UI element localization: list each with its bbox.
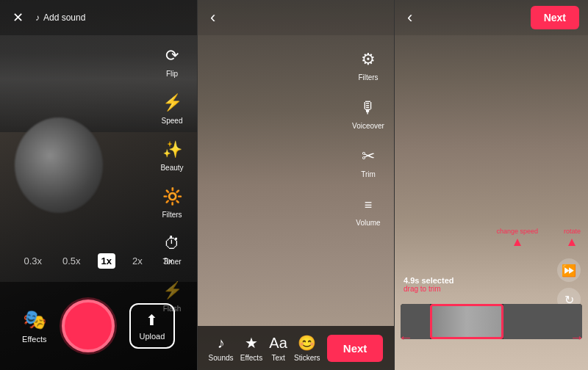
speed-1x[interactable]: 1x	[98, 253, 115, 269]
next-button-panel3[interactable]: Next	[531, 6, 579, 29]
tool-filters-edit[interactable]: ⚙ Filters	[356, 48, 380, 81]
speed-0.5x[interactable]: 0.5x	[59, 253, 85, 269]
record-button-inner	[67, 305, 110, 347]
back-button[interactable]: ‹	[207, 4, 219, 31]
speed-2x[interactable]: 2x	[129, 253, 146, 269]
timeline-arrow-right[interactable]: →	[570, 329, 584, 346]
sounds-button[interactable]: ♪ Sounds	[209, 335, 234, 362]
panel-camera: ✕ ♪ Add sound ⟳ Flip ⚡ Speed ✨ Beauty 🔆 …	[0, 0, 197, 370]
speed-icon: ⚡	[160, 91, 184, 115]
trim-status: 4.9s selected drag to trim	[395, 272, 588, 297]
speed-rotate-labels: change speed rotate	[496, 228, 581, 246]
tool-speed[interactable]: ⚡ Speed	[160, 91, 184, 125]
panel-edit: ‹ ⚙ Filters 🎙 Voiceover ✂ Trim ≡ Volume …	[197, 0, 394, 370]
effects-icon: 🎭	[23, 308, 46, 331]
text-button[interactable]: Aa Text	[269, 335, 287, 362]
speed-3x[interactable]: 3x	[159, 253, 177, 269]
trim-icon: ✂	[356, 145, 380, 168]
rotate-arrow-up	[568, 239, 576, 246]
upload-button[interactable]: ⬆ Upload	[129, 303, 175, 349]
stickers-icon: 😊	[298, 334, 316, 352]
trim-topbar: ‹ Next	[395, 0, 588, 35]
rotate-label-group: rotate	[564, 228, 581, 246]
upload-icon: ⬆	[146, 311, 158, 329]
tool-volume[interactable]: ≡ Volume	[356, 193, 380, 227]
add-sound-button[interactable]: ♪ Add sound	[35, 12, 85, 23]
effects-button[interactable]: 🎭 Effects	[22, 308, 46, 344]
speed-bar: 0.3x 0.5x 1x 2x 3x	[0, 247, 197, 275]
next-button-panel2[interactable]: Next	[327, 335, 384, 362]
effects-edit-icon: ★	[245, 334, 258, 352]
panel-trim: ‹ Next change speed rotate ⏩ ↻ 4.9s sele…	[394, 0, 588, 370]
beauty-icon: ✨	[160, 138, 184, 162]
speed-0.3x[interactable]: 0.3x	[20, 253, 46, 269]
camera-toolbar: ⟳ Flip ⚡ Speed ✨ Beauty 🔆 Filters ⏱ Time…	[147, 37, 197, 320]
tool-flip[interactable]: ⟳ Flip	[160, 44, 184, 78]
tool-voiceover[interactable]: 🎙 Voiceover	[352, 96, 384, 130]
flip-icon: ⟳	[160, 44, 184, 68]
tool-beauty[interactable]: ✨ Beauty	[160, 138, 184, 172]
stickers-button[interactable]: 😊 Stickers	[294, 334, 320, 362]
voiceover-icon: 🎙	[356, 96, 380, 120]
timeline-arrow-left[interactable]: ←	[398, 329, 413, 346]
filters-icon: 🔆	[160, 185, 184, 208]
music-icon: ♪	[35, 12, 40, 23]
record-button[interactable]	[62, 300, 115, 352]
tool-trim[interactable]: ✂ Trim	[356, 145, 380, 178]
camera-topbar: ✕ ♪ Add sound	[0, 0, 197, 35]
trim-back-button[interactable]: ‹	[404, 4, 416, 31]
sounds-icon: ♪	[218, 335, 225, 352]
edit-bottombar: ♪ Sounds ★ Effects Aa Text 😊 Stickers Ne…	[198, 326, 394, 370]
filters-edit-icon: ⚙	[356, 48, 380, 71]
edit-topbar: ‹	[198, 0, 394, 35]
edit-toolbar: ⚙ Filters 🎙 Voiceover ✂ Trim ≡ Volume	[343, 37, 394, 238]
speed-arrow-up	[514, 239, 521, 246]
text-icon: Aa	[269, 335, 287, 352]
change-speed-label-group: change speed	[496, 228, 538, 246]
close-button[interactable]: ✕	[7, 7, 28, 28]
volume-icon: ≡	[356, 193, 380, 217]
effects-edit-button[interactable]: ★ Effects	[240, 334, 262, 362]
pom-bg	[15, 117, 103, 213]
tool-filters[interactable]: 🔆 Filters	[160, 185, 184, 219]
timeline-arrows: ← →	[395, 326, 588, 348]
camera-bottom-bar: 🎭 Effects ⬆ Upload	[0, 282, 197, 370]
